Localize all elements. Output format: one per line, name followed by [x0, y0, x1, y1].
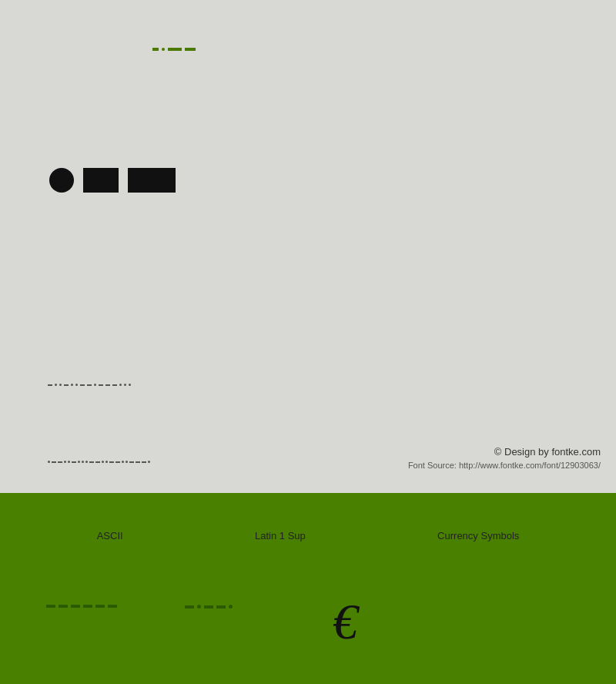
font-source-line: Font Source: http://www.fontke.com/font/… [408, 461, 601, 470]
e5 [68, 461, 70, 463]
gb-d2 [59, 605, 68, 608]
tab-labels-row: ASCII Latin 1 Sup Currency Symbols [0, 530, 616, 542]
black-rect-wide [128, 168, 176, 193]
green-bottom-dashes-group-2 [185, 605, 233, 609]
e2 [52, 461, 56, 463]
font-source-label: Font Source: [408, 461, 457, 470]
d3 [59, 384, 62, 386]
d6 [75, 384, 78, 386]
green-dash-3 [185, 48, 196, 51]
e4 [64, 461, 66, 463]
tab-currency[interactable]: Currency Symbols [437, 530, 519, 542]
tab-ascii[interactable]: ASCII [97, 530, 123, 542]
gb-d1 [46, 605, 55, 608]
gb-e4 [216, 605, 226, 609]
e14 [109, 461, 114, 463]
e10 [89, 461, 94, 463]
e9 [85, 461, 88, 463]
green-bottom-dashes-group-1 [46, 605, 117, 608]
e1 [48, 461, 50, 463]
gb-e1 [185, 605, 194, 609]
gb-e3 [204, 605, 213, 609]
d1 [48, 384, 52, 386]
e13 [105, 461, 108, 463]
font-source-url: http://www.fontke.com/font/12903063/ [459, 461, 601, 470]
black-shapes-row [49, 168, 176, 193]
top-section: © Design by fontke.com Font Source: http… [0, 0, 616, 493]
green-dot-1 [162, 48, 165, 51]
gb-d3 [71, 605, 80, 608]
e11 [95, 461, 100, 463]
dotted-text-row-2 [48, 461, 279, 463]
dotted-text-row-1 [48, 384, 202, 386]
d12 [112, 384, 117, 386]
d14 [124, 384, 126, 386]
d9 [94, 384, 96, 386]
credit-block: © Design by fontke.com Font Source: http… [408, 446, 601, 470]
d7 [80, 384, 85, 386]
gb-e5 [229, 605, 233, 609]
d11 [105, 384, 110, 386]
bottom-section: ASCII Latin 1 Sup Currency Symbols € [0, 493, 616, 684]
black-circle [49, 168, 74, 193]
d4 [64, 384, 69, 386]
green-dash-1 [152, 48, 159, 51]
e8 [82, 461, 84, 463]
e7 [78, 461, 80, 463]
gb-d4 [83, 605, 92, 608]
gb-d6 [108, 605, 117, 608]
e6 [72, 461, 76, 463]
d13 [119, 384, 122, 386]
e20 [142, 461, 146, 463]
green-dash-2 [168, 48, 182, 51]
black-rect-medium [83, 168, 119, 193]
d5 [71, 384, 73, 386]
e3 [58, 461, 62, 463]
e18 [129, 461, 134, 463]
e19 [136, 461, 140, 463]
e21 [148, 461, 150, 463]
tab-latin1sup[interactable]: Latin 1 Sup [255, 530, 306, 542]
e15 [116, 461, 120, 463]
gb-e2 [197, 605, 201, 609]
e16 [122, 461, 124, 463]
e17 [126, 461, 128, 463]
d2 [55, 384, 57, 386]
green-dashes-top [152, 48, 196, 51]
design-credit: © Design by fontke.com [408, 446, 601, 458]
euro-symbol: € [333, 593, 358, 651]
d10 [99, 384, 103, 386]
gb-d5 [95, 605, 105, 608]
e12 [102, 461, 104, 463]
d15 [129, 384, 131, 386]
d8 [87, 384, 92, 386]
